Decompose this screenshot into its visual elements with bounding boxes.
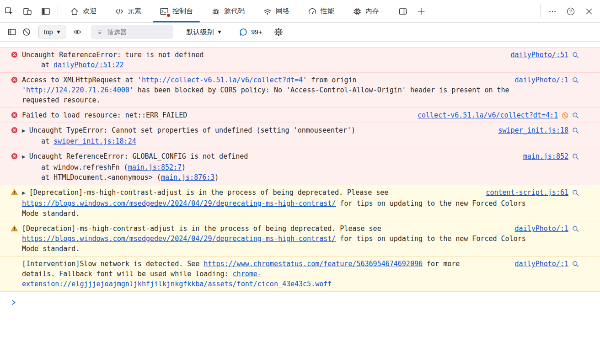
log-levels-selector[interactable]: 默认级别 ▼ <box>186 28 221 37</box>
source-location-link[interactable]: collect-v6.51.la/v6/collect?dt=4:1 <box>418 110 558 120</box>
message-link[interactable]: https://blogs.windows.com/msedgedev/2024… <box>22 199 336 208</box>
messages-bubble-icon <box>239 27 248 37</box>
console-toolbar: top ▼ 默认级别 ▼ 99+ <box>0 23 600 42</box>
help-icon: ? <box>566 7 575 16</box>
toolbar-separator <box>233 27 233 37</box>
tab-elements[interactable]: 元素 <box>106 0 150 22</box>
message-link[interactable]: http://collect-v6.51.la/v6/collect?dt=4 <box>142 76 303 84</box>
console-message-row: dailyPhoto/:1[Intervention]Slow network … <box>0 256 600 292</box>
network-icon <box>263 7 272 16</box>
tab-welcome[interactable]: 欢迎 <box>61 0 106 22</box>
search-in-source-icon[interactable] <box>572 225 579 232</box>
tab-label: 内存 <box>365 7 379 16</box>
elements-icon <box>115 7 124 16</box>
search-in-source-icon[interactable] <box>572 153 579 160</box>
memory-icon <box>353 7 362 16</box>
console-settings-button[interactable] <box>271 25 286 39</box>
error-icon-cell <box>11 112 18 118</box>
context-value: top <box>44 28 53 36</box>
source-location-link[interactable]: dailyPhoto/:1 <box>515 224 568 234</box>
error-icon-cell <box>11 127 18 134</box>
message-source: main.js:852 <box>523 151 579 161</box>
messages-count: 99+ <box>251 28 262 36</box>
close-devtools-button[interactable] <box>580 0 598 22</box>
help-button[interactable]: ? <box>562 0 580 22</box>
sources-icon <box>211 7 220 16</box>
close-icon <box>584 7 594 16</box>
dock-panel-button[interactable] <box>37 0 55 22</box>
device-emulation-button[interactable] <box>18 0 37 22</box>
eye-icon <box>73 27 82 37</box>
console-messages: dailyPhoto/:51Uncaught ReferenceError: t… <box>0 47 600 292</box>
search-in-source-icon[interactable] <box>572 52 579 59</box>
console-message-row: content-script.js:61▶[Deprecation]-ms-hi… <box>0 185 600 221</box>
message-link[interactable]: main.js:876:3 <box>161 173 214 182</box>
message-source: dailyPhoto/:1 <box>515 259 579 269</box>
inspect-element-button[interactable] <box>0 0 18 22</box>
console-prompt[interactable] <box>0 292 600 307</box>
stack-trace-line: at window.refreshFn (main.js:852:7) <box>22 162 532 172</box>
filter-input[interactable] <box>107 28 168 36</box>
message-source: dailyPhoto/:1 <box>515 75 579 85</box>
warning-icon-cell <box>11 189 18 196</box>
search-in-source-icon[interactable] <box>572 189 579 196</box>
device-emulation-icon <box>23 7 32 16</box>
initiator-request-icon[interactable] <box>562 112 568 119</box>
message-text-line: ▶Uncaught ReferenceError: GLOBAL_CONFIG … <box>22 151 532 162</box>
more-options-icon <box>548 7 557 16</box>
javascript-context-selector[interactable]: top ▼ <box>38 26 65 38</box>
dock-side-button[interactable] <box>394 0 412 22</box>
message-link[interactable]: main.js:852:7 <box>128 163 182 171</box>
dock-panel-icon <box>41 7 50 16</box>
search-in-source-icon[interactable] <box>572 77 579 84</box>
filter-box <box>91 25 173 39</box>
source-location-link[interactable]: dailyPhoto/:51 <box>511 50 568 60</box>
message-link[interactable]: chrome-extension://elgjjjejoajmgnljkhfji… <box>22 270 332 288</box>
source-location-link[interactable]: main.js:852 <box>523 151 568 161</box>
panel-tabs: 欢迎 元素 控制台 源代码 网络 性能 内存 <box>61 0 388 22</box>
console-message-row: main.js:852▶Uncaught ReferenceError: GLO… <box>0 149 600 185</box>
console-panel: dailyPhoto/:51Uncaught ReferenceError: t… <box>0 47 600 307</box>
issues-counter[interactable]: 99+ <box>239 27 262 37</box>
live-expression-button[interactable] <box>70 25 85 39</box>
tab-memory[interactable]: 内存 <box>343 0 388 22</box>
tab-performance[interactable]: 性能 <box>299 0 343 22</box>
search-in-source-icon[interactable] <box>572 261 579 268</box>
tab-network[interactable]: 网络 <box>254 0 299 22</box>
filter-icon <box>96 28 103 36</box>
message-link[interactable]: swiper_init.js:18:24 <box>54 137 136 145</box>
console-message-row: collect-v6.51.la/v6/collect?dt=4:1Failed… <box>0 107 600 123</box>
error-icon <box>11 76 18 83</box>
message-text-line: [Deprecation]-ms-high-contrast-adjust is… <box>22 224 532 254</box>
stack-trace-line: at HTMLDocument.<anonymous> (main.js:876… <box>22 172 532 182</box>
message-link[interactable]: https://www.chromestatus.com/feature/563… <box>204 260 423 268</box>
stack-trace-line: at dailyPhoto/:51:22 <box>22 60 532 70</box>
more-options-button[interactable] <box>543 0 562 22</box>
prompt-chevron-icon <box>11 300 17 305</box>
console-sidebar-button[interactable] <box>5 25 19 39</box>
message-text-line: Access to XMLHttpRequest at 'http://coll… <box>22 75 532 105</box>
console-error-badge <box>166 13 171 18</box>
message-text-line: Uncaught ReferenceError: ture is not def… <box>22 50 532 60</box>
message-link[interactable]: http://124.220.71.26:4000 <box>26 86 129 94</box>
source-location-link[interactable]: swiper_init.js:18 <box>498 125 568 135</box>
search-in-source-icon[interactable] <box>572 127 579 134</box>
console-message-row: dailyPhoto/:51Uncaught ReferenceError: t… <box>0 47 600 72</box>
tab-sources[interactable]: 源代码 <box>202 0 254 22</box>
source-location-link[interactable]: content-script.js:61 <box>486 187 568 198</box>
clear-console-button[interactable] <box>19 25 34 39</box>
tabbar-separator <box>540 4 541 18</box>
message-source: content-script.js:61 <box>486 187 579 198</box>
search-in-source-icon[interactable] <box>572 112 579 119</box>
expand-arrow-icon[interactable]: ▶ <box>22 188 26 198</box>
tab-console[interactable]: 控制台 <box>150 0 202 22</box>
message-link[interactable]: dailyPhoto/:51:22 <box>54 61 124 69</box>
expand-arrow-icon[interactable]: ▶ <box>22 152 26 162</box>
expand-arrow-icon[interactable]: ▶ <box>22 126 26 136</box>
message-link[interactable]: https://blogs.windows.com/msedgedev/2024… <box>22 235 336 243</box>
source-location-link[interactable]: dailyPhoto/:1 <box>515 75 568 85</box>
gear-icon <box>274 27 283 37</box>
add-tab-icon <box>417 7 426 16</box>
add-tab-button[interactable] <box>412 0 430 22</box>
source-location-link[interactable]: dailyPhoto/:1 <box>515 259 568 269</box>
